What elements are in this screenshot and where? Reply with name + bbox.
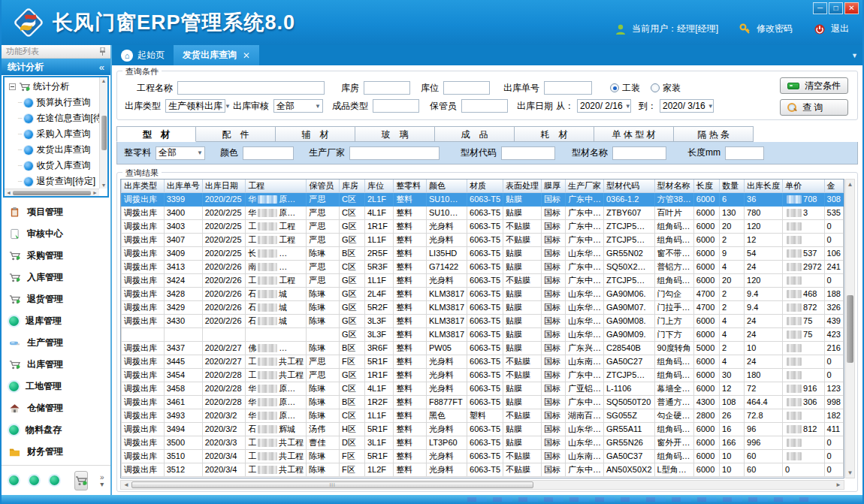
tree-item[interactable]: ┈发货出库查询 <box>8 142 99 158</box>
pin-icon[interactable] <box>99 47 106 56</box>
radio-jiazhuang[interactable]: 家装 <box>651 82 681 95</box>
tree-vertical-scrollbar[interactable]: ▲▼ <box>99 77 107 189</box>
column-header[interactable]: 库房 <box>339 180 364 192</box>
table-row[interactable]: 调拨出库34132020/2/26南…严思C区5R3F整料G714226063-… <box>122 260 844 273</box>
column-header[interactable]: 生产厂家 <box>565 180 603 192</box>
footer-more-button[interactable]: »▾ <box>100 474 104 487</box>
table-row[interactable]: 调拨出库35002020/3/3工共工程曹佳D区3L1F整料LT3P606063… <box>122 436 844 449</box>
table-row[interactable]: 调拨出库34302020/2/26石城陈琳G区3L3F整料KLM38176063… <box>122 314 844 327</box>
column-header[interactable]: 材质 <box>467 180 503 192</box>
scroll-left-icon[interactable]: ◄ <box>123 481 129 488</box>
scrollbar-thumb[interactable]: lll <box>131 481 533 488</box>
sidebar-group-item[interactable]: 采购管理 <box>2 245 110 267</box>
material-tab-glass[interactable]: 玻 璃 <box>355 126 435 142</box>
profile-name-input[interactable] <box>612 146 666 160</box>
sidebar-group-item[interactable]: 仓储管理 <box>2 397 110 419</box>
audit-select[interactable]: 全部▼ <box>273 99 323 113</box>
table-row[interactable]: 调拨出库35102020/3/4工共工程陈琳F区5R1F整料光身料6063-T5… <box>122 449 844 463</box>
whole-part-select[interactable]: 全部▼ <box>156 146 205 160</box>
table-row[interactable]: 调拨出库34612020/2/28华原…陈琳B区1R2F整料F8877FT606… <box>122 395 844 409</box>
length-input[interactable] <box>725 146 764 160</box>
column-header[interactable]: 保管员 <box>307 180 340 192</box>
column-header[interactable]: 型材名称 <box>654 180 693 192</box>
tree-horizontal-scrollbar[interactable]: ◄► <box>5 189 99 196</box>
grid-horizontal-scrollbar[interactable]: ◄lll► <box>120 480 844 490</box>
tab-home[interactable]: ⌂ 起始页 <box>112 45 174 65</box>
table-row[interactable]: G区3L3F整料KLM38176063-T5贴膜国标山东华…GA90M09.门下… <box>122 327 844 341</box>
change-password-link[interactable]: 修改密码 <box>757 23 793 35</box>
scrollbar-thumb[interactable] <box>13 191 91 195</box>
column-header[interactable]: 数量 <box>720 180 745 192</box>
table-row[interactable]: 调拨出库34092020/2/25长…陈琳B区2R5F整料LI35HD6063-… <box>122 246 844 260</box>
tab-overflow-icon[interactable]: ▼ <box>851 52 858 59</box>
material-tab-thermal-strip[interactable]: 隔 热 条 <box>674 126 754 142</box>
tree-expander-icon[interactable] <box>9 83 16 90</box>
table-row[interactable]: 调拨出库33992020/2/25华原…严思C区2L1F整料SU10…6063-… <box>122 192 844 206</box>
out-type-select[interactable]: 生产领料出库▼ <box>165 99 225 113</box>
search-button[interactable]: 查 询 <box>780 99 848 116</box>
collapse-icon[interactable]: « <box>99 62 104 73</box>
column-header[interactable]: 出库长度 <box>745 180 783 192</box>
scroll-right-icon[interactable]: ► <box>92 190 98 195</box>
scroll-left-icon[interactable]: ◄ <box>6 190 11 195</box>
scroll-up-icon[interactable]: ▲ <box>101 78 107 83</box>
table-row[interactable]: 调拨出库34542020/2/28工共工程严思G区1R1F整料光身料6063-T… <box>122 368 844 382</box>
table-row[interactable]: 调拨出库34292020/2/26石城陈琳G区5R2F整料KLM38176063… <box>122 300 844 314</box>
table-row[interactable]: 调拨出库34372020/2/27佛…陈琳B区3R6F整料PW056063-T5… <box>122 341 844 355</box>
keeper-input[interactable] <box>461 99 508 113</box>
maker-input[interactable] <box>349 146 440 160</box>
column-header[interactable]: 出库单号 <box>164 180 202 192</box>
grid-vertical-scrollbar[interactable]: ▲▼ <box>845 179 855 478</box>
tree-item[interactable]: ┈采购入库查询 <box>8 126 99 142</box>
sidebar-group-item[interactable]: 入库管理 <box>2 267 110 288</box>
sidebar-group-item[interactable]: 出库管理 <box>2 354 110 376</box>
tree-item[interactable]: ┈预算执行查询 <box>8 95 99 110</box>
sidebar-group-item[interactable]: 生产管理 <box>2 332 110 354</box>
column-header[interactable]: 长度 <box>693 180 719 192</box>
table-row[interactable]: 调拨出库34942020/3/2石辉城汤伟H区5R1F整料光身料6063-T5贴… <box>122 422 844 436</box>
order-no-input[interactable] <box>544 81 592 95</box>
material-tab-consumable[interactable]: 耗 材 <box>515 126 594 142</box>
sidebar-group-item[interactable]: 项目管理 <box>2 201 110 223</box>
table-row[interactable]: 调拨出库34002020/2/25华原…严思C区4L1F整料SU10…6063-… <box>122 206 844 219</box>
sidebar-group-item[interactable]: 退货管理 <box>2 288 110 310</box>
warehouse-input[interactable] <box>364 81 410 95</box>
date-from-picker[interactable]: 2020/ 2/16▼ <box>577 99 631 113</box>
table-row[interactable]: 调拨出库35122020/3/4工共工程陈琳F区1L2F整料光身料6063-T5… <box>122 463 844 476</box>
column-header[interactable]: 工程 <box>246 180 307 192</box>
sidebar-section-header[interactable]: 统计分析 « <box>2 59 110 75</box>
material-tab-accessory[interactable]: 配 件 <box>196 126 276 142</box>
material-tab-profile[interactable]: 型 材 <box>116 126 196 142</box>
radio-gongzhuang[interactable]: 工装 <box>610 82 640 95</box>
column-header[interactable]: 表面处理 <box>503 180 542 192</box>
tree-item[interactable]: ┈收货入库查询 <box>8 158 99 174</box>
table-row[interactable]: 调拨出库34032020/2/25工工程严思G区1R1F整料光身料6063-T5… <box>122 219 844 233</box>
scroll-right-icon[interactable]: ► <box>835 481 841 488</box>
material-tab-single-profile[interactable]: 单 体 型 材 <box>594 126 674 142</box>
scroll-down-icon[interactable]: ▼ <box>847 469 853 476</box>
date-to-picker[interactable]: 2020/ 3/16▼ <box>660 99 714 113</box>
color-input[interactable] <box>243 146 294 160</box>
tab-shipment-outbound-query[interactable]: 发货出库查询 ✕ <box>174 45 259 65</box>
column-header[interactable]: 膜厚 <box>542 180 566 192</box>
footer-dot-icon[interactable] <box>50 475 59 485</box>
column-header[interactable]: 出库类型 <box>122 180 165 192</box>
tree-item[interactable]: ┈在途信息查询[待 <box>8 110 99 126</box>
maximize-button[interactable]: □ <box>829 2 843 14</box>
sidebar-group-item[interactable]: 工地管理 <box>2 376 110 397</box>
sidebar-group-item[interactable]: 退库管理 <box>2 310 110 332</box>
column-header[interactable]: 出库日期 <box>202 180 246 192</box>
table-row[interactable]: 调拨出库34282020/2/26石城陈琳G区2L4F整料KLM38176063… <box>122 287 844 300</box>
footer-dot-icon[interactable] <box>29 475 39 485</box>
close-tab-icon[interactable]: ✕ <box>243 50 250 61</box>
sidebar-group-item[interactable]: 财务管理 <box>2 441 110 463</box>
logout-link[interactable]: 退出 <box>831 23 849 35</box>
project-name-input[interactable] <box>177 81 325 95</box>
column-header[interactable]: 颜色 <box>426 180 467 192</box>
column-header[interactable]: 整零料 <box>394 180 427 192</box>
material-tab-finished[interactable]: 成 品 <box>435 126 515 142</box>
column-header[interactable]: 型材代码 <box>603 180 654 192</box>
location-input[interactable] <box>443 81 490 95</box>
footer-dot-icon[interactable] <box>9 475 19 485</box>
scrollbar-thumb[interactable] <box>847 295 853 363</box>
